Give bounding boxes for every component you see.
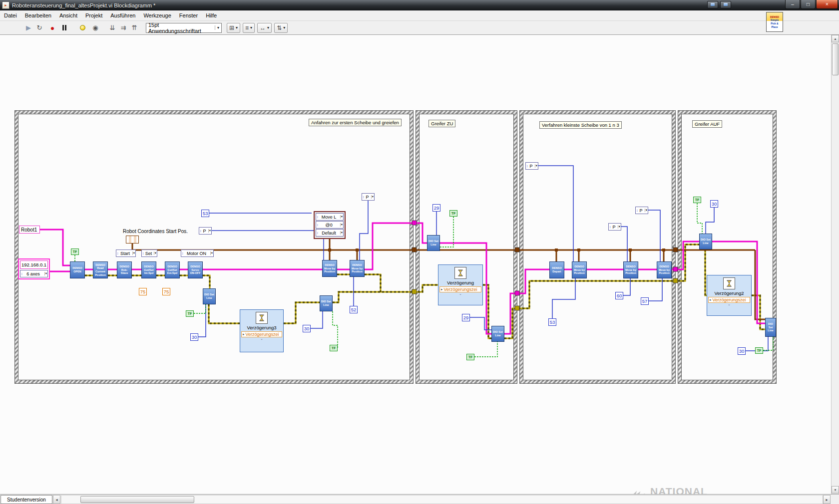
numeric-constant-57[interactable]: 57 [641, 297, 649, 305]
numeric-constant-30[interactable]: 30 [710, 200, 718, 208]
numeric-constant-29[interactable]: 29 [432, 204, 440, 212]
ring-motor-on[interactable]: ↕ Motor ON ▾ [181, 250, 214, 257]
menu-werkzeuge[interactable]: Werkzeuge [139, 10, 175, 21]
denso-read-position-block[interactable]: DENSO Read Current Position [93, 261, 108, 278]
expand-chevron-icon[interactable]: ⌄ [728, 303, 731, 305]
boolean-true-constant[interactable]: TF [71, 249, 79, 255]
numeric-constant-30[interactable]: 30 [190, 333, 198, 341]
denso-ext-speed-block[interactable]: DENSO Get/Set Ext.Spd [165, 261, 180, 278]
menu-bearbeiten[interactable]: Bearbeiten [21, 10, 55, 21]
vi-icon-badge[interactable]: DENSO Simple Pick & Place [766, 12, 783, 32]
ring-set[interactable]: ↕ Set ▾ [141, 250, 157, 257]
close-button[interactable]: × [816, 0, 838, 9]
ring-p[interactable]: ↕ P ▾ [199, 227, 212, 235]
denso-move-by-position-block[interactable]: DENSO Move by Position [350, 260, 365, 277]
ring-move-l-label: Move L [319, 215, 340, 220]
delay-subvi-3[interactable]: Verzögerung3 ▸ Verzögerungszei ⌄ [240, 309, 284, 352]
menu-ausfuehren[interactable]: Ausführen [106, 10, 139, 21]
vertical-scrollbar[interactable]: ▴ ▾ [831, 35, 839, 494]
denso-rob-slave-block[interactable]: DENSO Rob-Slave [117, 261, 132, 278]
denso-open-block[interactable]: DENSO OPEN [70, 261, 85, 278]
resize-icon: ↔ [260, 24, 266, 31]
dio-set-line-block[interactable]: DIO Set Line [699, 234, 712, 250]
ring-p[interactable]: ↕ P ▾ [635, 207, 648, 214]
run-button[interactable]: ▶ [23, 22, 34, 33]
numeric-constant-60[interactable]: 60 [615, 292, 623, 299]
horizontal-scrollbar[interactable] [61, 495, 823, 504]
scroll-right-button[interactable]: ▸ [823, 495, 831, 504]
denso-int-speed-block[interactable]: DENSO Get/Set Int.Spd [141, 261, 156, 278]
menu-ansicht[interactable]: Ansicht [55, 10, 81, 21]
resize-objects-dropdown[interactable]: ↔▾ [257, 23, 272, 33]
minimize-button[interactable]: – [785, 0, 800, 9]
connection-cluster[interactable]: 192.168.0.1 ↕ 6 axes ▾ [18, 258, 50, 279]
menu-hilfe[interactable]: Hilfe [202, 10, 221, 21]
step-over-button[interactable]: ⇉ [118, 22, 129, 33]
window-extra-button-2[interactable] [720, 1, 731, 8]
menu-datei[interactable]: Datei [0, 10, 21, 21]
numeric-constant-30[interactable]: 30 [303, 325, 311, 332]
dio-set-line-block[interactable]: DIO Set Line [427, 235, 440, 251]
expand-chevron-icon[interactable]: ⌄ [459, 292, 462, 295]
numeric-constant-75[interactable]: 75 [162, 288, 170, 295]
vertical-scroll-thumb[interactable] [832, 43, 839, 75]
denso-move-by-position-block[interactable]: DENSO Move by Position [623, 261, 638, 278]
string-constant-robot-name[interactable]: Robot1 [19, 226, 40, 234]
denso-move-by-position-block[interactable]: DENSO Move by Position [322, 260, 337, 277]
ring-move-l[interactable]: ↕ Move L ▾ [316, 213, 344, 221]
boolean-true-constant[interactable]: TF [330, 345, 338, 351]
font-settings-dropdown[interactable]: 15pt Anwendungsschriftart ▾ [146, 23, 222, 33]
run-continuous-button[interactable]: ↻ [34, 22, 45, 33]
ring-p[interactable]: ↕ P ▾ [362, 193, 375, 201]
boolean-true-constant[interactable]: TF [186, 310, 194, 317]
delay-subvi-2[interactable]: Verzögerung2 ▸ Verzögerungszei ⌄ [707, 275, 752, 316]
expand-chevron-icon[interactable]: ⌄ [260, 337, 263, 340]
dio-set-line-block[interactable]: DIO Set Line [320, 295, 333, 311]
abort-button[interactable]: ● [47, 22, 58, 33]
ring-at0[interactable]: ↕ @0 ▾ [316, 221, 344, 229]
scroll-down-button[interactable]: ▾ [832, 486, 839, 494]
ring-start[interactable]: ↕ Start ▾ [116, 250, 136, 257]
move-config-cluster[interactable]: ↕ Move L ▾ ↕ @0 ▾ ↕ Default ▾ [314, 211, 346, 239]
app-icon[interactable]: ► [2, 1, 9, 9]
axes-ring[interactable]: ↕ 6 axes ▾ [20, 270, 48, 277]
menu-fenster[interactable]: Fenster [175, 10, 202, 21]
ring-p[interactable]: ↕ P ▾ [525, 162, 538, 170]
boolean-true-constant[interactable]: TF [449, 210, 457, 217]
maximize-button[interactable]: □ [801, 0, 816, 9]
window-extra-button-1[interactable] [707, 1, 718, 8]
reorder-objects-dropdown[interactable]: ⇅▾ [274, 23, 288, 33]
retain-wire-values-button[interactable]: ◉ [90, 22, 101, 33]
numeric-constant-75[interactable]: 75 [139, 288, 147, 295]
pause-button[interactable] [59, 22, 70, 33]
denso-servo-block[interactable]: DENSO Servo ON-OFF [188, 261, 203, 278]
numeric-constant-53[interactable]: 53 [548, 318, 556, 326]
numeric-constant-53[interactable]: 53 [201, 210, 209, 217]
denso-depart-block[interactable]: DENSO Depart [549, 261, 564, 278]
highlight-execution-button[interactable] [77, 22, 88, 33]
step-out-button[interactable]: ⇈ [129, 22, 140, 33]
tab-scroll-left-button[interactable]: ◂ [53, 495, 60, 504]
numeric-constant-29[interactable]: 29 [462, 314, 470, 321]
denso-move-by-position-block[interactable]: DENSO Move by Position [657, 261, 672, 278]
boolean-true-constant[interactable]: TF [755, 347, 763, 354]
numeric-constant-30[interactable]: 30 [738, 347, 746, 355]
boolean-true-constant[interactable]: TF [693, 197, 701, 203]
menu-projekt[interactable]: Projekt [81, 10, 106, 21]
horizontal-scroll-thumb[interactable] [80, 496, 194, 503]
dio-set-line-block[interactable]: DIO Set Line [491, 326, 504, 342]
numeric-constant-52[interactable]: 52 [350, 306, 358, 313]
distribute-objects-dropdown[interactable]: ≡▾ [243, 23, 255, 33]
boolean-true-constant[interactable]: TF [466, 354, 474, 360]
ring-p[interactable]: ↕ P ▾ [608, 223, 621, 231]
ip-address-constant[interactable]: 192.168.0.1 [20, 260, 48, 269]
scroll-up-button[interactable]: ▴ [832, 35, 839, 42]
align-objects-dropdown[interactable]: ⊞▾ [227, 23, 240, 33]
coordinate-array-constant[interactable] [126, 236, 139, 244]
ring-default[interactable]: ↕ Default ▾ [316, 229, 344, 237]
dio-set-line-block[interactable]: DIO Set Line [203, 288, 216, 304]
dio-set-line-block[interactable]: DIO Set Line [765, 318, 776, 337]
denso-move-by-position-block[interactable]: DENSO Move by Position [572, 261, 587, 278]
delay-subvi-1[interactable]: Verzögerung ▸ Verzögerungszei ⌄ [438, 264, 483, 305]
step-into-button[interactable]: ⇊ [107, 22, 118, 33]
